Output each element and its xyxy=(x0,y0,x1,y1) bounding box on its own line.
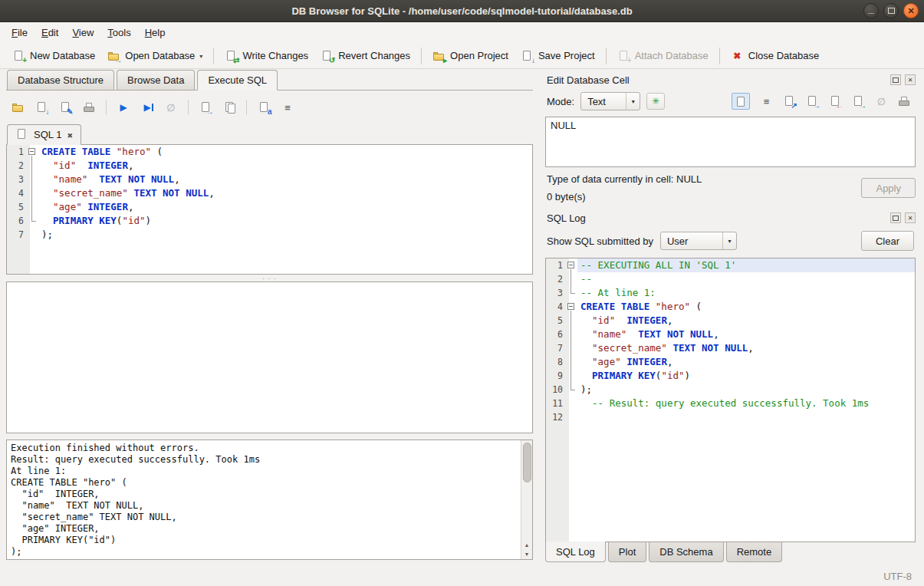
submitted-by-select[interactable]: User xyxy=(660,232,737,250)
fold-marker xyxy=(566,286,577,300)
code-line: 1−-- EXECUTING ALL IN 'SQL 1' xyxy=(546,258,915,272)
line-number: 7 xyxy=(546,341,566,355)
results-grid[interactable] xyxy=(6,281,533,433)
titlebar[interactable]: DB Browser for SQLite - /home/user/code/… xyxy=(0,0,924,22)
write-changes-button[interactable]: ⇄Write Changes xyxy=(219,47,314,65)
code-text: -- At line 1: xyxy=(577,286,915,300)
code-line: 10); xyxy=(546,383,915,397)
code-text: -- Result: query executed successfully. … xyxy=(577,397,915,410)
attach-database-icon: + xyxy=(617,50,630,62)
line-number: 3 xyxy=(546,286,566,300)
clear-button[interactable]: Clear xyxy=(861,231,914,251)
new-database-label: New Database xyxy=(30,50,95,61)
scroll-up-icon[interactable] xyxy=(524,540,530,549)
print-cell-button[interactable] xyxy=(898,95,911,107)
stop-execution-button[interactable]: ∅ xyxy=(161,98,181,117)
close-panel-icon[interactable] xyxy=(905,74,916,85)
code-line: 1−CREATE TABLE "hero" ( xyxy=(7,145,532,159)
splitter-handle[interactable] xyxy=(6,275,533,281)
line-number: 6 xyxy=(546,328,566,341)
revert-changes-button[interactable]: ↺Revert Changes xyxy=(314,47,416,65)
menu-tools[interactable]: Tools xyxy=(100,23,137,42)
find-and-replace-button[interactable]: a xyxy=(254,98,274,117)
import-cell-data-button[interactable]: ← xyxy=(829,95,842,107)
export-cell-data-button[interactable]: → xyxy=(852,95,865,107)
word-wrap-cell-button[interactable]: ≡ xyxy=(760,95,773,107)
cell-value: NULL xyxy=(551,120,576,131)
tab-browse-data[interactable]: Browse Data xyxy=(117,70,195,90)
open-in-external-button[interactable]: ↗ xyxy=(783,95,796,107)
text-mode-button[interactable] xyxy=(732,93,750,110)
toggle-word-wrap-button[interactable]: ≡ xyxy=(278,98,298,117)
open-database-button[interactable]: →Open Database xyxy=(101,46,209,65)
export-results-icon: → xyxy=(199,101,212,114)
dock-tab-remote[interactable]: Remote xyxy=(726,542,783,562)
execute-all-button[interactable]: ▶ xyxy=(113,98,133,117)
copy-results-button[interactable] xyxy=(219,98,239,117)
attach-database-button[interactable]: +Attach Database xyxy=(611,47,715,65)
set-cell-null-button[interactable]: ∅ xyxy=(875,95,888,107)
close-database-button[interactable]: ✖Close Database xyxy=(725,47,826,65)
dock-tab-bar: SQL LogPlotDB SchemaRemote xyxy=(544,542,917,563)
statusbar: UTF-8 xyxy=(0,566,924,586)
dock-tab-db-schema[interactable]: DB Schema xyxy=(649,542,723,562)
dock-tab-sql-log[interactable]: SQL Log xyxy=(545,542,606,562)
export-results-button[interactable]: → xyxy=(196,98,215,117)
open-project-button[interactable]: ▸Open Project xyxy=(426,47,515,65)
code-line: 2 "id" INTEGER, xyxy=(7,159,532,173)
close-log-icon[interactable] xyxy=(905,212,916,223)
cell-settings-icon[interactable]: ✳ xyxy=(646,93,665,110)
copy-cell-data-icon: → xyxy=(806,95,819,107)
code-line: 3 "name" TEXT NOT NULL, xyxy=(7,173,532,186)
open-sql-file-button[interactable] xyxy=(8,98,28,117)
code-text: "id" INTEGER, xyxy=(38,159,532,173)
tab-execute-sql[interactable]: Execute SQL xyxy=(197,70,278,91)
code-text: PRIMARY KEY("id") xyxy=(577,369,915,383)
edit-cell-title: Edit Database Cell xyxy=(547,74,886,86)
undock-log-icon[interactable] xyxy=(890,212,901,223)
main-toolbar: +New Database→Open Database⇄Write Change… xyxy=(0,43,924,69)
tab-sql-1[interactable]: SQL 1 xyxy=(7,124,81,145)
scrollbar-thumb[interactable] xyxy=(523,443,531,482)
copy-cell-data-button[interactable]: → xyxy=(806,95,819,107)
save-project-button[interactable]: ↓Save Project xyxy=(515,47,601,65)
fold-toggle-icon[interactable]: − xyxy=(567,303,574,310)
mode-select[interactable]: Text xyxy=(580,92,640,110)
menu-view[interactable]: View xyxy=(65,23,100,42)
apply-button[interactable]: Apply xyxy=(861,178,916,198)
save-sql-file-button[interactable]: ↓ xyxy=(31,98,51,117)
write-changes-icon: ⇄ xyxy=(225,50,238,62)
execution-log-text[interactable]: Execution finished without errors. Resul… xyxy=(7,440,520,559)
sql-log-title: SQL Log xyxy=(547,212,886,224)
print-sql-button[interactable] xyxy=(79,98,99,117)
dock-tab-plot[interactable]: Plot xyxy=(608,542,646,562)
fold-marker xyxy=(27,159,38,173)
revert-changes-label: Revert Changes xyxy=(338,50,410,61)
menu-help[interactable]: Help xyxy=(138,23,173,42)
new-database-button[interactable]: +New Database xyxy=(6,47,101,65)
tab-database-structure[interactable]: Database Structure xyxy=(7,70,114,90)
code-line: 3-- At line 1: xyxy=(546,286,915,300)
menu-file[interactable]: File xyxy=(5,23,35,42)
sql-log-view[interactable]: 1−-- EXECUTING ALL IN 'SQL 1'2--3-- At l… xyxy=(545,258,916,542)
cell-editor[interactable]: NULL xyxy=(545,117,916,167)
menu-edit[interactable]: Edit xyxy=(35,23,65,42)
close-tab-icon[interactable] xyxy=(67,129,73,140)
sql-editor[interactable]: 1−CREATE TABLE "hero" (2 "id" INTEGER,3 … xyxy=(6,144,533,275)
maximize-icon[interactable] xyxy=(883,3,899,18)
execute-current-line-button[interactable]: ▶ xyxy=(137,98,157,117)
save-sql-file-as-button[interactable]: ✎ xyxy=(55,98,75,117)
scrollbar-vertical[interactable] xyxy=(521,440,532,559)
close-window-icon[interactable] xyxy=(903,3,919,18)
dropdown-arrow-icon[interactable] xyxy=(199,49,202,62)
fold-toggle-icon[interactable]: − xyxy=(28,148,35,155)
fold-marker xyxy=(27,173,38,186)
line-number: 6 xyxy=(7,214,27,228)
close-database-icon: ✖ xyxy=(731,50,744,62)
copy-results-icon xyxy=(223,101,236,114)
scroll-down-icon[interactable] xyxy=(524,549,530,558)
undock-panel-icon[interactable] xyxy=(890,74,901,85)
minimize-icon[interactable] xyxy=(863,3,879,18)
line-number: 1 xyxy=(546,258,566,272)
fold-toggle-icon[interactable]: − xyxy=(567,262,574,268)
